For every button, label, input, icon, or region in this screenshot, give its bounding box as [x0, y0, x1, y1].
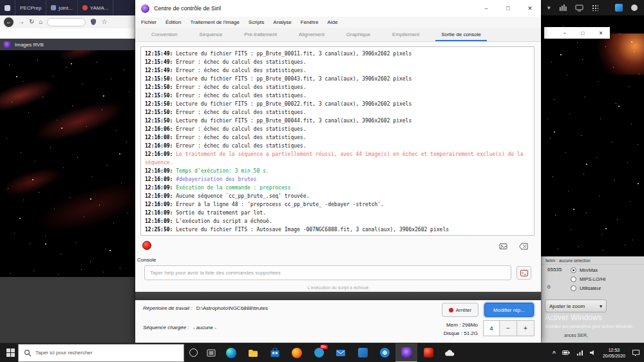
- photo-thumbnail-icon[interactable]: [615, 4, 623, 12]
- sequence-row: Séquence chargée : - aucune -: [143, 325, 216, 330]
- close-icon[interactable]: ✕: [519, 0, 541, 17]
- display-mode-option[interactable]: Min/Max: [571, 265, 605, 274]
- command-list-button[interactable]: [516, 266, 531, 280]
- maximize-icon[interactable]: □: [497, 0, 519, 17]
- screen: PECPrep joint... YAMA... ← → ↻ ⌂ ☆ Image…: [0, 0, 644, 362]
- spinner-value[interactable]: 4: [483, 320, 500, 336]
- menu-item[interactable]: Fenêtre: [296, 19, 323, 25]
- menu-item[interactable]: Traitement de l'image: [185, 19, 243, 25]
- change-directory-button[interactable]: Modifier rép...: [484, 303, 534, 317]
- log-line: 12:25:50: Lecture du fichier FITS : Auto…: [145, 225, 530, 234]
- folder-icon: [248, 348, 258, 358]
- app-icon: [51, 5, 56, 10]
- window-title-label: PECPrep: [20, 5, 41, 11]
- shield-icon[interactable]: [90, 18, 97, 26]
- window-segment-joint[interactable]: joint...: [46, 0, 77, 15]
- menu-item[interactable]: Édition: [161, 19, 185, 25]
- console-output[interactable]: 12:15:49: Lecture du fichier FITS : pp_B…: [140, 46, 535, 236]
- stop-script-button[interactable]: [142, 241, 151, 250]
- tab-conversion[interactable]: Conversion: [146, 28, 183, 41]
- display-mode-option[interactable]: MIPS-LO/HI: [571, 274, 605, 283]
- spinner-decrement-button[interactable]: −: [500, 320, 517, 336]
- taskbar-search[interactable]: Taper ici pour rechercher: [18, 344, 184, 362]
- mail-icon: [336, 348, 346, 358]
- app-icon: [358, 348, 368, 357]
- battery-icon[interactable]: [562, 350, 571, 356]
- action-center-icon[interactable]: [632, 349, 640, 356]
- stop-button[interactable]: Arrêter: [442, 303, 478, 317]
- taskbar-app-blue[interactable]: [352, 343, 374, 362]
- menu-item[interactable]: Aide: [323, 19, 342, 25]
- start-button[interactable]: [3, 343, 18, 362]
- log-line: 12:16:09: L'exécution du script a échoué…: [145, 217, 530, 225]
- close-icon[interactable]: ✕: [592, 27, 610, 39]
- log-line: 12:16:06: Erreur : échec du calcul des s…: [145, 125, 530, 133]
- network-icon[interactable]: [577, 350, 583, 356]
- tab-graphique[interactable]: Graphique: [341, 28, 376, 41]
- task-view-icon: [207, 349, 216, 357]
- siril-app-icon: [141, 5, 149, 13]
- minimize-icon[interactable]: −: [475, 0, 497, 17]
- spinner-increment-button[interactable]: +: [517, 320, 535, 336]
- refresh-icon[interactable]: ↻: [29, 19, 34, 25]
- home-icon[interactable]: ⌂: [39, 19, 43, 25]
- image-viewer-titlebar[interactable]: − □ ✕: [544, 27, 610, 39]
- zoom-dropdown-label: Ajuster le zoom: [549, 303, 585, 309]
- display-icon[interactable]: [575, 5, 583, 12]
- app-icon[interactable]: [631, 5, 638, 11]
- menu-item[interactable]: Analyse: [269, 19, 296, 25]
- stars: [0, 50, 1, 52]
- snapshot-button[interactable]: [498, 241, 509, 251]
- tab-pr-traitement[interactable]: Pré-traitement: [238, 28, 283, 41]
- window-segment[interactable]: [0, 0, 15, 15]
- radio-icon: [571, 285, 576, 291]
- taskbar-clock[interactable]: 12:53 20/05/2020: [603, 347, 625, 359]
- bookmark-star-icon[interactable]: ☆: [101, 19, 107, 25]
- tab-bar: ConversionSéquencePré-traitementAligneme…: [135, 28, 541, 42]
- tray-expand-icon[interactable]: ^: [553, 350, 556, 356]
- minimize-icon[interactable]: −: [556, 27, 574, 39]
- taskbar-app-firefox[interactable]: [286, 343, 308, 362]
- taskbar-app-edge[interactable]: [220, 343, 242, 362]
- taskbar-app-photos[interactable]: [374, 343, 395, 362]
- command-input[interactable]: [144, 265, 511, 280]
- speaker-icon[interactable]: [590, 350, 596, 356]
- hi-cut-value[interactable]: 65535: [547, 267, 562, 272]
- log-line: 12:15:50: Lecture du fichier FITS : pp_B…: [145, 117, 530, 125]
- cortana-button[interactable]: [184, 343, 202, 362]
- tab-sortie-de-console[interactable]: Sortie de console: [435, 28, 487, 41]
- image-window-header[interactable]: Images RVB: [0, 39, 135, 50]
- grid-icon[interactable]: [592, 5, 598, 11]
- forward-icon[interactable]: →: [18, 19, 24, 25]
- task-view-button[interactable]: [202, 343, 220, 362]
- clock-date: 20/05/2020: [603, 353, 625, 359]
- taskbar-app-explorer[interactable]: [242, 343, 264, 362]
- siril-titlebar[interactable]: Centre de contrôle de Siril − □ ✕: [135, 0, 541, 17]
- window-segment-yama[interactable]: YAMA...: [78, 0, 114, 15]
- taskbar-app-mail[interactable]: [330, 343, 352, 362]
- chevron-down-icon[interactable]: ▾: [547, 5, 551, 11]
- window-segment-pecprep[interactable]: PECPrep: [15, 0, 46, 15]
- menu-item[interactable]: Scripts: [244, 19, 269, 25]
- image-window-background: [0, 277, 135, 343]
- tab-s-quence[interactable]: Séquence: [193, 28, 228, 41]
- taskbar-app-messaging[interactable]: 99+: [308, 343, 330, 362]
- background-window-titlebar[interactable]: PECPrep joint... YAMA...: [0, 0, 135, 15]
- zoom-dropdown[interactable]: Ajuster le zoom ▾: [545, 300, 607, 312]
- display-mode-option[interactable]: Utilisateur: [571, 283, 605, 292]
- taskbar-app-red[interactable]: [417, 343, 439, 362]
- tab-alignement[interactable]: Alignement: [293, 28, 330, 41]
- maximize-icon[interactable]: □: [574, 27, 592, 39]
- back-icon[interactable]: ←: [4, 17, 14, 27]
- taskbar-app-onedrive[interactable]: [439, 343, 461, 362]
- window-controls: − □ ✕: [475, 0, 541, 17]
- menu-item[interactable]: Fichier: [137, 19, 161, 25]
- taskbar-app-store[interactable]: [264, 343, 286, 362]
- clear-console-button[interactable]: [518, 241, 529, 251]
- lo-cut-value[interactable]: 0: [547, 284, 550, 290]
- taskbar-app-siril-active[interactable]: [395, 343, 417, 362]
- tab-empilement[interactable]: Empilement: [386, 28, 425, 41]
- address-bar[interactable]: [47, 18, 86, 26]
- histogram-icon[interactable]: [559, 4, 567, 12]
- taskbar-apps: 99+: [220, 343, 461, 362]
